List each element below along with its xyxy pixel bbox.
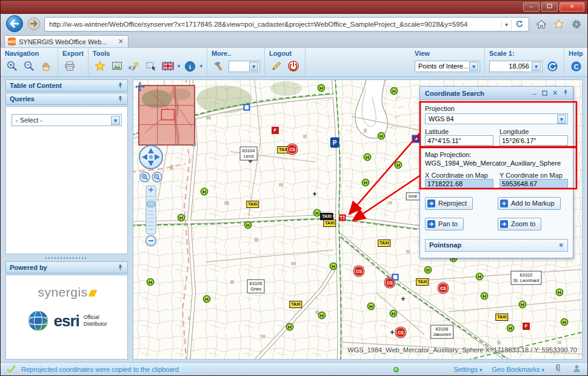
flag-dropdown-icon[interactable]: ▾: [178, 63, 181, 69]
cs-marker[interactable]: CS: [396, 327, 406, 338]
xy-coordinate-icon[interactable]: x,y: [127, 59, 141, 73]
overview-map[interactable]: [138, 85, 195, 146]
hydrant-marker[interactable]: H: [390, 310, 398, 318]
taxi-marker[interactable]: TAXI: [323, 220, 336, 227]
favorites-star-icon[interactable]: [553, 18, 565, 30]
tab-weboffice[interactable]: wO SYNERGIS WebOffice Web... ✕: [4, 35, 129, 47]
cross-marker[interactable]: +: [401, 295, 405, 303]
sidebar-splitter[interactable]: [5, 255, 128, 260]
overview-pan-icon[interactable]: [135, 81, 145, 94]
more-tools-select[interactable]: ▾: [229, 61, 260, 72]
hydrant-marker[interactable]: H: [390, 87, 398, 95]
hydrant-marker[interactable]: H: [424, 266, 432, 274]
cross-marker[interactable]: +: [390, 329, 394, 336]
restore-panel-icon[interactable]: [540, 90, 550, 97]
hydrant-marker[interactable]: H: [367, 303, 375, 311]
hydrant-marker[interactable]: H: [378, 132, 386, 140]
select-region-icon[interactable]: [144, 59, 158, 73]
pointsnap-section-header[interactable]: Pointsnap »: [425, 239, 568, 252]
pan-hand-icon[interactable]: [39, 59, 53, 73]
y-coordinate-input[interactable]: [499, 179, 568, 189]
parking-marker[interactable]: P: [330, 138, 339, 148]
hydrant-marker[interactable]: H: [203, 295, 211, 303]
projection-select[interactable]: WGS 84 ▾: [425, 113, 568, 124]
map-navigation-widget[interactable]: [137, 143, 165, 249]
star-icon[interactable]: [93, 59, 107, 73]
coordinate-search-header[interactable]: Coordinate Search – ✕: [420, 87, 573, 100]
image-export-icon[interactable]: [110, 59, 124, 73]
latitude-input[interactable]: [425, 135, 493, 146]
fire-marker[interactable]: F: [272, 127, 279, 134]
hydrant-marker[interactable]: H: [362, 179, 370, 187]
help-icon[interactable]: C: [569, 59, 583, 73]
pin-icon[interactable]: [117, 95, 124, 102]
close-panel-icon[interactable]: ✕: [550, 89, 560, 97]
window-minimize-button[interactable]: –: [523, 2, 540, 12]
window-maximize-button[interactable]: [541, 2, 558, 12]
refresh-scale-icon[interactable]: [545, 59, 560, 73]
forward-button[interactable]: [27, 17, 41, 32]
overview-resize-handle[interactable]: [192, 142, 196, 146]
hydrant-marker[interactable]: H: [481, 292, 489, 300]
hydrant-marker[interactable]: H: [364, 153, 372, 161]
window-close-button[interactable]: ×: [560, 2, 584, 12]
cs-marker[interactable]: CS: [287, 144, 298, 155]
x-coordinate-input[interactable]: [425, 179, 493, 189]
hydrant-marker[interactable]: H: [244, 221, 252, 229]
cross-marker[interactable]: +: [312, 190, 316, 198]
hydrant-marker[interactable]: H: [476, 273, 484, 281]
cs-marker[interactable]: CS: [354, 266, 364, 277]
hydrant-marker[interactable]: H: [561, 318, 569, 326]
hydrant-marker[interactable]: H: [147, 278, 155, 286]
pin-icon[interactable]: [117, 82, 124, 89]
blue-square-marker[interactable]: [392, 274, 399, 281]
powered-by-header[interactable]: Powered by: [5, 261, 128, 274]
gear-icon[interactable]: [570, 18, 583, 30]
back-button[interactable]: [5, 15, 24, 35]
info-icon[interactable]: i: [182, 59, 197, 73]
add-to-markup-button[interactable]: Add to Markup: [498, 197, 561, 210]
taxi-dark-marker[interactable]: TAXI: [320, 213, 333, 220]
hammer-icon[interactable]: [212, 59, 226, 73]
taxi-marker[interactable]: TAXI: [416, 278, 429, 286]
hydrant-marker[interactable]: H: [330, 263, 338, 270]
blue-square-marker[interactable]: [244, 104, 250, 111]
fire-marker[interactable]: F: [523, 323, 530, 330]
hydrant-marker[interactable]: H: [318, 84, 326, 92]
hydrant-marker[interactable]: H: [395, 161, 403, 169]
hydrant-marker[interactable]: H: [178, 214, 185, 222]
taxi-marker[interactable]: TAXI: [495, 314, 508, 321]
blue-square-selected-marker[interactable]: [412, 135, 420, 143]
uk-flag-icon[interactable]: [161, 59, 175, 73]
reproject-button[interactable]: Reproject: [425, 197, 473, 210]
tab-close-icon[interactable]: ✕: [117, 38, 125, 45]
queries-header[interactable]: Queries: [5, 93, 128, 105]
hydrant-marker[interactable]: H: [201, 188, 209, 196]
zoom-to-button[interactable]: Zoom to: [498, 218, 541, 230]
zoom-out-icon[interactable]: [22, 59, 36, 73]
settings-menu[interactable]: Settings ▾: [453, 366, 482, 373]
taxi-marker[interactable]: TAXI: [289, 301, 302, 308]
longitude-input[interactable]: [499, 135, 568, 146]
hydrant-marker[interactable]: H: [507, 324, 515, 332]
power-icon[interactable]: [286, 59, 301, 73]
hydrant-marker[interactable]: H: [556, 289, 564, 297]
refresh-icon[interactable]: [511, 19, 527, 30]
zoom-in-icon[interactable]: [5, 59, 19, 73]
pan-to-button[interactable]: Pan to: [425, 218, 464, 230]
hydrant-marker[interactable]: H: [519, 301, 527, 309]
print-icon[interactable]: [62, 59, 77, 73]
url-bar[interactable]: http://w-ws-wintner/WebOffice/synserver?…: [44, 17, 529, 32]
attachment-icon[interactable]: [554, 364, 563, 374]
scale-input[interactable]: 18,056 ▾: [489, 61, 543, 72]
taxi-marker[interactable]: TAXI: [378, 240, 390, 247]
map-canvas[interactable]: HHHHHHHHHHHHHHHHHHHHHHHHHHHTAXITAXITAXIT…: [133, 79, 583, 360]
cs-marker[interactable]: CS: [438, 283, 449, 294]
home-icon[interactable]: [535, 18, 547, 30]
pen-icon[interactable]: [269, 59, 284, 73]
url-text[interactable]: http://w-ws-wintner/WebOffice/synserver?…: [49, 21, 501, 28]
view-select[interactable]: Points of Intere... ▾: [415, 61, 480, 72]
hydrant-marker[interactable]: H: [286, 323, 294, 331]
minimize-panel-icon[interactable]: –: [529, 90, 540, 97]
pin-icon[interactable]: [117, 264, 124, 271]
